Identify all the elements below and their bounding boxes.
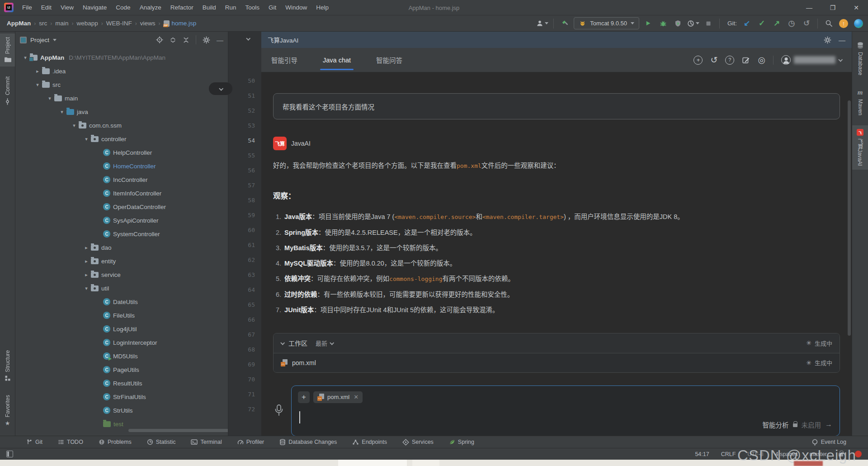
toolwindow-button-statistic[interactable]: Statistic <box>147 439 176 445</box>
remove-chip-icon[interactable]: ✕ <box>354 394 359 400</box>
tree-toggle-icon[interactable]: ▾ <box>82 285 91 291</box>
tree-item-strfinalutils[interactable]: CStrFinalUtils <box>15 390 228 404</box>
chat-hide-button[interactable]: — <box>839 36 845 44</box>
tree-toggle-icon[interactable]: ▾ <box>45 95 54 101</box>
chat-scrollbar[interactable] <box>848 100 851 336</box>
indent-setting[interactable]: 4 spaces <box>775 451 798 457</box>
tree-item-logininterceptor[interactable]: CLoginInterceptor <box>15 336 228 349</box>
menu-help[interactable]: Help <box>312 2 333 13</box>
select-opened-file-button[interactable] <box>156 36 163 43</box>
maximize-button[interactable]: ❐ <box>821 0 844 15</box>
workspace-filter-dropdown[interactable]: 最新 <box>316 339 333 347</box>
attach-file-button[interactable]: + <box>298 391 310 403</box>
menu-code[interactable]: Code <box>112 2 134 13</box>
tree-item-operdatacontroller[interactable]: COperDataController <box>15 200 228 214</box>
tree-item-.idea[interactable]: ▸.idea <box>15 64 228 78</box>
sidebar-item-飞算javaai[interactable]: 飞飞算JavaAI <box>852 125 868 170</box>
menu-navigate[interactable]: Navigate <box>79 2 111 13</box>
tab-智能问答[interactable]: 智能问答 <box>376 48 402 72</box>
panel-collapse-chevron-icon[interactable] <box>246 36 250 41</box>
workspace-file-row[interactable]: pom.xml ✳生成中 <box>274 353 840 372</box>
account-menu[interactable] <box>781 55 842 65</box>
breadcrumb-web-inf[interactable]: WEB-INF <box>106 20 132 27</box>
toolwindow-button-problems[interactable]: Problems <box>99 439 132 445</box>
expand-all-button[interactable] <box>170 37 176 43</box>
coverage-button[interactable] <box>687 18 699 29</box>
sidebar-item-favorites[interactable]: Favorites★ <box>0 391 15 430</box>
tree-toggle-icon[interactable]: ▸ <box>82 245 91 251</box>
project-view-dropdown[interactable] <box>53 39 57 41</box>
sidebar-item-project[interactable]: Project <box>0 33 15 67</box>
tree-toggle-icon[interactable]: ▸ <box>82 258 91 264</box>
toolwindow-button-endpoints[interactable]: Endpoints <box>352 439 387 445</box>
profile-user-button[interactable] <box>536 18 548 29</box>
smart-analysis-toggle[interactable]: 智能分析 <box>763 420 789 429</box>
tree-item-strutils[interactable]: CStrUtils <box>15 404 228 417</box>
menu-analyze[interactable]: Analyze <box>136 2 165 13</box>
menu-tools[interactable]: Tools <box>241 2 264 13</box>
git-branch[interactable]: master <box>810 451 827 457</box>
tree-item-sysapicontroller[interactable]: CSysApiController <box>15 214 228 227</box>
tree-toggle-icon[interactable]: ▾ <box>82 136 91 142</box>
chat-settings-icon[interactable] <box>824 36 831 44</box>
microphone-icon[interactable] <box>273 403 285 418</box>
truncated-path-expander[interactable] <box>209 82 232 95</box>
breadcrumb-current-file[interactable]: home.jsp <box>164 20 197 27</box>
tree-toggle-icon[interactable]: ▾ <box>57 109 66 115</box>
git-history-button[interactable]: ◷ <box>786 18 797 29</box>
menu-window[interactable]: Window <box>281 2 311 13</box>
tree-item-appman[interactable]: ▾AppManD:\MYITEM\ITEM\AppMan\AppMan <box>15 51 228 64</box>
menu-run[interactable]: Run <box>221 2 241 13</box>
breadcrumb-webapp[interactable]: webapp <box>77 20 98 27</box>
tree-item-pageutils[interactable]: CPageUtils <box>15 363 228 376</box>
toolwindow-toggle-icon[interactable] <box>6 451 13 457</box>
close-button[interactable]: ✕ <box>844 0 868 15</box>
attached-file-chip[interactable]: pom.xml ✕ <box>313 391 363 403</box>
help-button[interactable]: ? <box>725 56 734 65</box>
collapse-all-button[interactable] <box>183 37 189 43</box>
breadcrumb-views[interactable]: views <box>140 20 156 27</box>
tree-item-entity[interactable]: ▸entity <box>15 254 228 268</box>
git-commit-button[interactable]: ✓ <box>756 18 768 29</box>
toolwindow-button-profiler[interactable]: Profiler <box>237 439 264 445</box>
tree-item-homecontroller[interactable]: CHomeController <box>15 159 228 173</box>
minimize-button[interactable]: — <box>797 0 821 15</box>
breadcrumb-main[interactable]: main <box>55 20 68 27</box>
hide-panel-button[interactable]: — <box>217 36 223 44</box>
tree-item-util[interactable]: ▾util <box>15 281 228 295</box>
new-chat-button[interactable]: + <box>693 56 703 65</box>
git-update-button[interactable]: ↙ <box>741 18 753 29</box>
breadcrumb-appman[interactable]: AppMan <box>7 20 31 27</box>
tree-item-com.cn.ssm[interactable]: ▾com.cn.ssm <box>15 119 228 132</box>
menu-edit[interactable]: Edit <box>37 2 56 13</box>
upgrade-plugin-button[interactable]: ↑ <box>838 18 849 29</box>
workspace-header-row[interactable]: 工作区 最新 ✳生成中 <box>274 333 840 353</box>
edit-button[interactable] <box>742 56 750 64</box>
tree-item-dateutils[interactable]: CDateUtils <box>15 295 228 309</box>
breadcrumb-src[interactable]: src <box>39 20 47 27</box>
tree-item-service[interactable]: ▸service <box>15 268 228 281</box>
menu-file[interactable]: File <box>18 2 36 13</box>
target-settings-button[interactable]: ◎ <box>758 56 765 64</box>
sidebar-item-database[interactable]: Database <box>852 38 868 79</box>
tree-item-controller[interactable]: ▾controller <box>15 132 228 146</box>
tree-item-main[interactable]: ▾main <box>15 91 228 105</box>
git-push-button[interactable]: ↗ <box>771 18 783 29</box>
caret-position[interactable]: 54:17 <box>695 451 709 457</box>
send-button[interactable]: → <box>825 420 832 428</box>
toolwindow-button-services[interactable]: Services <box>402 439 434 446</box>
tree-item-fileutils[interactable]: CFileUtils <box>15 309 228 322</box>
menu-build[interactable]: Build <box>198 2 220 13</box>
tab-java-chat[interactable]: Java chat <box>323 48 351 72</box>
sidebar-item-commit[interactable]: Commit <box>0 73 15 108</box>
tree-horizontal-scrollbar[interactable] <box>128 429 228 432</box>
toolwindow-button-git[interactable]: Git <box>26 439 42 445</box>
tree-item-resultutils[interactable]: CResultUtils <box>15 376 228 390</box>
tree-item-log4jutil[interactable]: CLog4jUtil <box>15 322 228 336</box>
tree-toggle-icon[interactable]: ▾ <box>70 123 79 128</box>
sidebar-item-structure[interactable]: Structure <box>0 347 15 385</box>
history-button[interactable]: ↺ <box>710 56 717 64</box>
tree-toggle-icon[interactable]: ▸ <box>33 68 42 74</box>
stop-button[interactable] <box>703 18 714 29</box>
tree-toggle-icon[interactable]: ▾ <box>33 82 42 88</box>
